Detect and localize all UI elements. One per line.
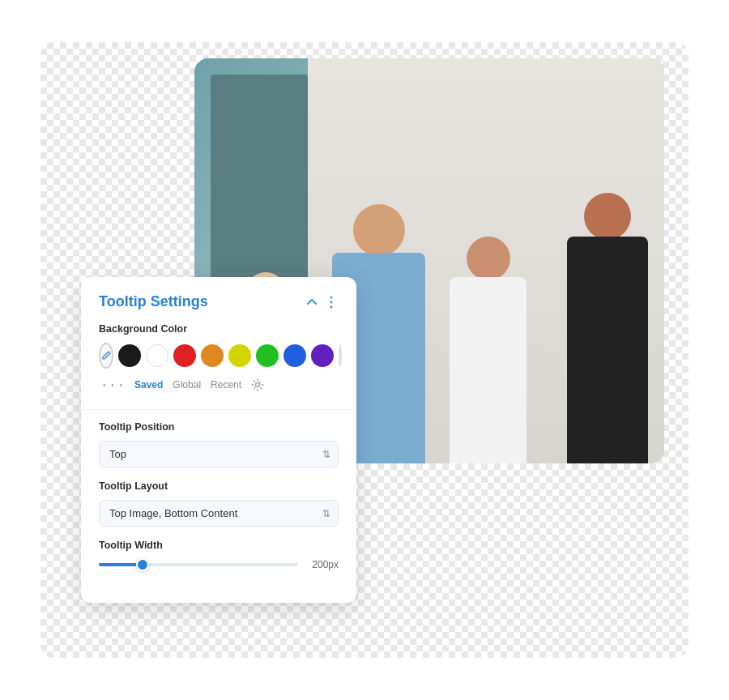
- tooltip-layout-label: Tooltip Layout: [99, 480, 339, 492]
- person-2-head: [353, 204, 405, 256]
- slider-row: 200px: [99, 559, 339, 570]
- person-4-body: [567, 237, 648, 463]
- slider-value: 200px: [308, 559, 339, 570]
- swatch-black[interactable]: [118, 344, 141, 367]
- panel-title: Tooltip Settings: [99, 293, 208, 310]
- tooltip-layout-select[interactable]: Top Image, Bottom Content Bottom Image, …: [99, 500, 339, 527]
- tooltip-layout-group: Tooltip Layout Top Image, Bottom Content…: [99, 480, 339, 527]
- panel-header: Tooltip Settings: [99, 293, 339, 310]
- swatch-gradient[interactable]: [339, 344, 342, 367]
- more-swatches-icon[interactable]: • • •: [102, 373, 125, 396]
- color-picker-button[interactable]: [99, 343, 113, 369]
- swatch-purple[interactable]: [311, 344, 334, 367]
- swatch-green[interactable]: [256, 344, 279, 367]
- person-4-head: [584, 193, 631, 240]
- more-options-icon[interactable]: [324, 295, 339, 309]
- person-3: [450, 237, 526, 463]
- color-swatches-row: [99, 343, 339, 369]
- tooltip-width-group: Tooltip Width 200px: [99, 540, 339, 570]
- svg-point-2: [330, 305, 333, 308]
- tooltip-width-label: Tooltip Width: [99, 540, 339, 551]
- tooltip-position-select-wrapper: Top Bottom Left Right ⇅: [99, 441, 339, 467]
- slider-thumb[interactable]: [136, 558, 149, 571]
- main-scene: Tooltip Settings Background Color: [40, 42, 688, 658]
- person-4: [567, 193, 648, 463]
- background-color-label: Background Color: [99, 323, 339, 335]
- tooltip-settings-panel: Tooltip Settings Background Color: [81, 277, 356, 603]
- swatch-yellow[interactable]: [228, 344, 251, 367]
- svg-point-0: [330, 296, 333, 298]
- collapse-icon[interactable]: [305, 295, 319, 309]
- tooltip-layout-select-wrapper: Top Image, Bottom Content Bottom Image, …: [99, 500, 339, 527]
- tab-global[interactable]: Global: [173, 379, 201, 391]
- tooltip-position-select[interactable]: Top Bottom Left Right: [99, 441, 339, 467]
- swatch-blue[interactable]: [284, 344, 306, 367]
- slider-track[interactable]: [99, 563, 298, 566]
- person-3-head: [467, 237, 510, 280]
- tooltip-position-group: Tooltip Position Top Bottom Left Right ⇅: [99, 421, 339, 467]
- section-divider: [81, 409, 356, 410]
- swatch-red[interactable]: [173, 344, 196, 367]
- tab-recent[interactable]: Recent: [211, 379, 241, 391]
- swatch-orange[interactable]: [201, 344, 224, 367]
- tab-saved[interactable]: Saved: [134, 379, 163, 391]
- tooltip-position-label: Tooltip Position: [99, 421, 339, 433]
- color-tabs: • • • Saved Global Recent: [99, 373, 339, 396]
- color-settings-icon[interactable]: [251, 378, 264, 391]
- svg-point-1: [330, 301, 333, 303]
- person-3-body: [450, 277, 526, 463]
- swatch-white[interactable]: [146, 344, 168, 367]
- panel-header-actions: [305, 295, 339, 309]
